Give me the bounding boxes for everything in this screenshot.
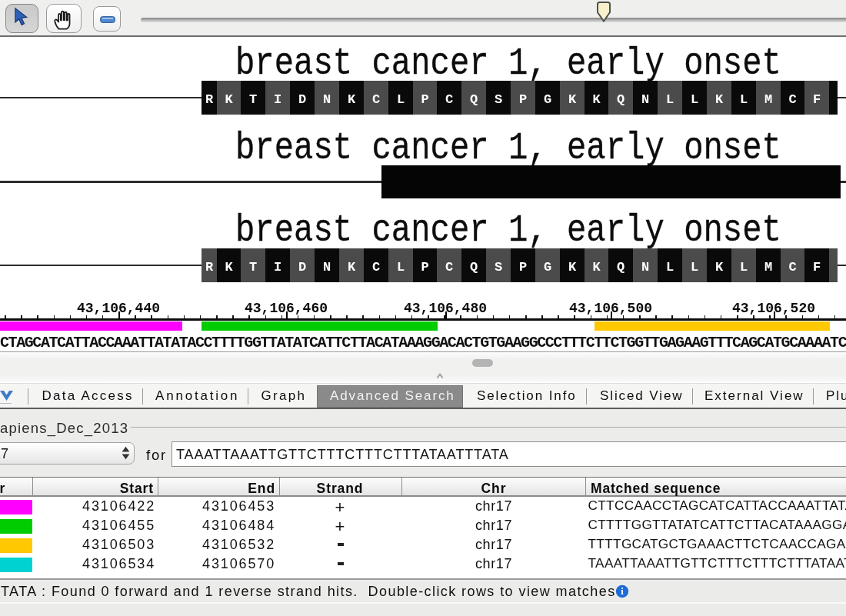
svg-text:i: i xyxy=(621,585,624,597)
